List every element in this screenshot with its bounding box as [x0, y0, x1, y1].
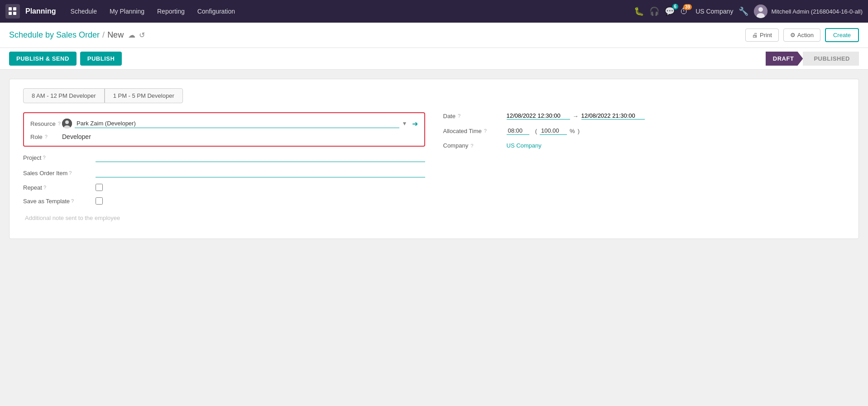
repeat-row: Repeat ? [23, 184, 425, 191]
resource-section: Resource ? [23, 112, 425, 147]
breadcrumb-current: New [107, 30, 124, 40]
timer-badge: 39 [683, 4, 692, 10]
svg-rect-1 [13, 7, 16, 10]
tab-afternoon[interactable]: 1 PM - 5 PM Developer [105, 88, 183, 103]
sales-order-row: Sales Order Item ? [23, 168, 425, 177]
save-cloud-icon[interactable]: ☁ [128, 31, 135, 39]
role-row: Role ? Developer [30, 133, 418, 140]
allocated-time-value: ( % ) [507, 127, 580, 135]
allocated-time-row: Allocated Time ? ( % ) [443, 127, 845, 135]
resource-avatar [62, 119, 72, 129]
date-end-input[interactable] [581, 112, 645, 119]
sales-order-label: Sales Order Item ? [23, 170, 96, 177]
settings-icon[interactable]: 🔧 [739, 6, 748, 16]
date-value: → [507, 112, 645, 119]
breadcrumb-separator: / [102, 30, 105, 40]
role-label: Role ? [30, 134, 62, 140]
subheader: Schedule by Sales Order / New ☁ ↺ 🖨 Prin… [0, 23, 868, 48]
date-label: Date ? [443, 113, 507, 119]
resource-dropdown-icon[interactable]: ▼ [402, 120, 408, 127]
nav-my-planning[interactable]: My Planning [104, 5, 150, 18]
refresh-icon[interactable]: ↺ [139, 31, 145, 39]
project-row: Project ? [23, 153, 425, 162]
breadcrumb: Schedule by Sales Order / New [9, 30, 124, 40]
company-help-icon: ? [470, 143, 473, 148]
print-button[interactable]: 🖨 Print [745, 29, 779, 42]
company-row: Company ? US Company [443, 142, 845, 149]
svg-rect-2 [9, 12, 12, 15]
company-label: Company ? [443, 142, 507, 149]
status-draft[interactable]: DRAFT [766, 52, 803, 66]
role-value-container: Developer [62, 133, 418, 140]
breadcrumb-icons: ☁ ↺ [128, 31, 145, 39]
form-card: 8 AM - 12 PM Developer 1 PM - 5 PM Devel… [9, 79, 859, 239]
template-label: Save as Template ? [23, 198, 96, 205]
role-help-icon: ? [45, 134, 48, 139]
repeat-help-icon: ? [43, 185, 46, 190]
nav-configuration[interactable]: Configuration [192, 5, 240, 18]
pct-symbol: % [570, 128, 575, 134]
main-content: 8 AM - 12 PM Developer 1 PM - 5 PM Devel… [0, 70, 868, 248]
resource-label: Resource ? [30, 120, 62, 127]
repeat-label: Repeat ? [23, 184, 96, 191]
date-help-icon: ? [458, 113, 460, 119]
user-info[interactable]: Mitchell Admin (21680404-16-0-all) [754, 5, 863, 18]
company-name: US Company [695, 8, 733, 15]
publish-send-button[interactable]: PUBLISH & SEND [9, 52, 77, 66]
svg-rect-3 [13, 12, 16, 15]
tab-morning[interactable]: 8 AM - 12 PM Developer [23, 88, 105, 103]
app-name: Planning [25, 7, 56, 15]
form-tabs: 8 AM - 12 PM Developer 1 PM - 5 PM Devel… [23, 88, 845, 103]
chat-badge: 6 [672, 4, 679, 10]
allocated-pct-input[interactable] [540, 127, 567, 135]
form-body: Resource ? [23, 112, 845, 225]
form-right: Date ? → Allocated Time ? [443, 112, 845, 225]
project-label: Project ? [23, 154, 96, 161]
sales-order-input[interactable] [96, 168, 425, 177]
chat-icon[interactable]: 💬 6 [665, 6, 675, 16]
user-avatar [754, 5, 767, 18]
bug-icon[interactable]: 🐛 [634, 6, 644, 16]
project-help-icon: ? [43, 155, 45, 160]
allocated-hours-input[interactable] [507, 127, 529, 135]
svg-point-5 [758, 7, 763, 12]
template-checkbox[interactable] [96, 197, 103, 205]
date-row: Date ? → [443, 112, 845, 119]
publish-button[interactable]: PUBLISH [80, 52, 122, 66]
resource-input[interactable] [75, 119, 399, 128]
svg-rect-0 [9, 7, 12, 10]
printer-icon: 🖨 [752, 32, 758, 38]
sales-order-help-icon: ? [69, 170, 72, 176]
template-help-icon: ? [71, 198, 74, 204]
nav-reporting[interactable]: Reporting [152, 5, 190, 18]
action-toolbar: PUBLISH & SEND PUBLISH DRAFT PUBLISHED [0, 48, 868, 70]
headset-icon[interactable]: 🎧 [649, 6, 659, 16]
create-button[interactable]: Create [825, 28, 859, 42]
project-input[interactable] [96, 153, 425, 162]
company-name-value: US Company [507, 142, 542, 149]
action-button[interactable]: ⚙ Action [783, 29, 820, 42]
resource-value-container: ▼ ➜ [62, 119, 418, 129]
note-field[interactable]: Additional note sent to the employee [23, 211, 425, 225]
nav-schedule[interactable]: Schedule [65, 5, 102, 18]
date-arrow-icon: → [573, 113, 579, 119]
resource-help-icon: ? [58, 121, 61, 126]
resource-row: Resource ? [30, 119, 418, 129]
svg-point-8 [65, 120, 69, 124]
top-navigation: Planning Schedule My Planning Reporting … [0, 0, 868, 23]
repeat-checkbox[interactable] [96, 184, 103, 191]
form-left: Resource ? [23, 112, 425, 225]
nav-icons: 🐛 🎧 💬 6 ⏱ 39 US Company 🔧 Mitchell Admin… [634, 5, 863, 18]
app-grid-icon[interactable] [5, 4, 20, 19]
status-container: DRAFT PUBLISHED [766, 52, 859, 66]
gear-icon: ⚙ [790, 32, 796, 38]
resource-navigate-icon[interactable]: ➜ [412, 119, 418, 128]
company-value: US Company [507, 142, 542, 149]
breadcrumb-parent[interactable]: Schedule by Sales Order [9, 30, 100, 40]
status-published[interactable]: PUBLISHED [803, 52, 859, 66]
date-start-input[interactable] [507, 112, 570, 119]
timer-icon[interactable]: ⏱ 39 [680, 7, 688, 16]
user-name: Mitchell Admin (21680404-16-0-all) [771, 8, 863, 15]
template-row: Save as Template ? [23, 197, 425, 205]
header-actions: 🖨 Print ⚙ Action Create [745, 28, 859, 42]
